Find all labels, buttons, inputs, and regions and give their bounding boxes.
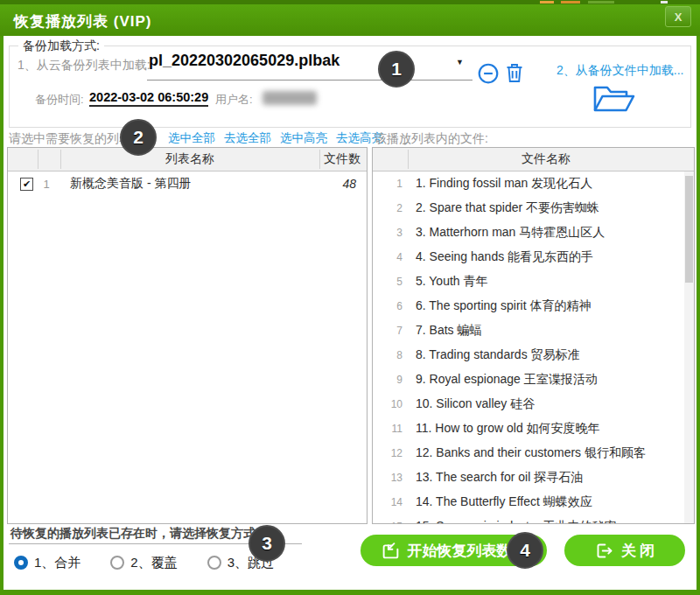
restore-option-label: 1、合并 <box>34 555 80 571</box>
playlist-row[interactable]: ✔1新概念美音版 - 第四册48 <box>8 172 367 196</box>
select-link-1[interactable]: 选中全部 <box>168 130 215 146</box>
file-row-number: 15 <box>373 521 402 523</box>
name-column-header: 列表名称 <box>60 151 319 167</box>
annotation-badge-3: 3 <box>248 525 285 562</box>
column-separator <box>38 150 38 169</box>
chevron-down-icon[interactable]: ▼ <box>456 58 464 66</box>
radio-selected-icon[interactable] <box>14 556 28 570</box>
files-table-header: 文件名称 <box>373 148 694 172</box>
file-row[interactable]: 33. Matterhorn man 马特霍恩山区人 <box>373 220 684 245</box>
playlist-row-number: 1 <box>33 178 60 191</box>
file-name: 12. Banks and their customers 银行和顾客 <box>416 445 646 461</box>
file-row-number: 14 <box>373 496 402 508</box>
file-row-number: 3 <box>373 227 402 239</box>
backup-time-value: 2022-03-02 06:50:29 <box>89 90 208 107</box>
restore-mode-label: 待恢复的播放列表已存在时，请选择恢复方式: <box>10 526 260 542</box>
background-mark <box>540 1 554 4</box>
annotation-badge-4: 4 <box>507 532 543 569</box>
playlist-table-header: 列表名称 文件数 <box>8 148 367 172</box>
file-name: 2. Spare that spider 不要伤害蜘蛛 <box>416 200 599 216</box>
file-row[interactable]: 55. Youth 青年 <box>373 270 684 294</box>
annotation-badge-2: 2 <box>120 119 157 156</box>
file-row[interactable]: 11. Finding fossil man 发现化石人 <box>373 172 684 196</box>
file-row-number: 6 <box>373 300 402 312</box>
file-rows: 11. Finding fossil man 发现化石人22. Spare th… <box>373 172 684 523</box>
file-row[interactable]: 1111. How to grow old 如何安度晚年 <box>373 416 684 441</box>
file-row-number: 13 <box>373 472 402 484</box>
exit-icon <box>595 542 613 560</box>
username-label: 用户名: <box>215 92 253 108</box>
file-row[interactable]: 1414. The Butterfly Effect 蝴蝶效应 <box>373 490 684 514</box>
file-row[interactable]: 1515. Secrecy in industry 工业中的秘密 <box>373 514 684 523</box>
radio-icon[interactable] <box>110 556 124 570</box>
file-row-number: 8 <box>373 349 402 361</box>
dialog-titlebar: 恢复播放列表 (VIP) X <box>0 4 700 36</box>
file-name: 15. Secrecy in industry 工业中的秘密 <box>416 519 617 523</box>
file-row[interactable]: 1212. Banks and their customers 银行和顾客 <box>373 441 684 466</box>
file-name: 8. Trading standards 贸易标准 <box>416 347 580 363</box>
restore-option-1[interactable]: 1、合并 <box>14 555 80 571</box>
backup-combobox[interactable]: pl_20220302065029.plbak <box>149 52 340 70</box>
window-border-right <box>696 36 700 595</box>
radio-icon[interactable] <box>207 556 221 570</box>
file-name: 7. Bats 蝙蝠 <box>416 323 481 339</box>
file-backup-link[interactable]: 2、从备份文件中加载... <box>556 63 683 79</box>
background-mark <box>561 1 580 4</box>
background-mark <box>588 1 614 4</box>
window-border-bottom <box>0 590 700 595</box>
file-row[interactable]: 44. Seeing hands 能看见东西的手 <box>373 245 684 270</box>
file-row[interactable]: 22. Spare that spider 不要伤害蜘蛛 <box>373 196 684 220</box>
file-row-number: 1 <box>373 178 402 190</box>
files-table: 文件名称 11. Finding fossil man 发现化石人22. Spa… <box>372 147 695 524</box>
scrollbar-thumb[interactable] <box>685 176 693 283</box>
file-name-column-header: 文件名称 <box>408 151 684 167</box>
playlist-checkbox[interactable]: ✔ <box>20 178 33 191</box>
backup-time-label: 备份时间: <box>35 92 84 108</box>
file-name: 13. The search for oil 探寻石油 <box>416 470 583 486</box>
close-icon[interactable]: X <box>665 6 691 27</box>
dialog-title: 恢复播放列表 (VIP) <box>14 11 151 32</box>
file-row-number: 12 <box>373 447 402 459</box>
right-list-label: 该播放列表内的文件: <box>374 131 488 147</box>
minus-circle-icon[interactable] <box>477 62 500 85</box>
file-name: 4. Seeing hands 能看见东西的手 <box>416 249 593 265</box>
playlist-rows: ✔1新概念美音版 - 第四册48 <box>8 172 367 523</box>
select-links: 选中全部去选全部选中高亮去选高亮 <box>168 130 383 146</box>
file-row-number: 11 <box>373 423 402 435</box>
file-row[interactable]: 88. Trading standards 贸易标准 <box>373 343 684 368</box>
folder-open-icon[interactable] <box>593 83 635 113</box>
groupbox-legend: 备份加载方式: <box>18 38 104 54</box>
close-dialog-label: 关 闭 <box>621 541 655 561</box>
file-row-number: 5 <box>373 276 402 288</box>
file-row[interactable]: 99. Royal espionage 王室谍报活动 <box>373 368 684 392</box>
file-name: 6. The sporting spirit 体育的精神 <box>416 298 591 314</box>
annotation-badge-1: 1 <box>378 51 415 88</box>
file-name: 10. Silicon valley 硅谷 <box>416 396 535 412</box>
file-row[interactable]: 1010. Silicon valley 硅谷 <box>373 392 684 416</box>
restore-option-label: 2、覆盖 <box>130 555 177 571</box>
combobox-underline <box>147 80 472 80</box>
file-name: 14. The Butterfly Effect 蝴蝶效应 <box>416 494 592 510</box>
left-list-label: 请选中需要恢复的列表: <box>9 131 135 147</box>
files-scrollbar[interactable] <box>684 172 694 523</box>
file-row[interactable]: 1313. The search for oil 探寻石油 <box>373 466 684 490</box>
window-border-left <box>0 36 4 595</box>
file-row[interactable]: 66. The sporting spirit 体育的精神 <box>373 294 684 318</box>
file-name: 1. Finding fossil man 发现化石人 <box>416 176 592 192</box>
file-name: 11. How to grow old 如何安度晚年 <box>416 421 600 437</box>
file-row-number: 10 <box>373 398 402 410</box>
background-mark <box>661 1 668 4</box>
restore-option-2[interactable]: 2、覆盖 <box>110 555 177 571</box>
file-name: 9. Royal espionage 王室谍报活动 <box>416 372 598 388</box>
trash-icon[interactable] <box>504 61 525 85</box>
select-link-2[interactable]: 去选全部 <box>224 130 271 146</box>
restore-mode-options: 1、合并2、覆盖3、跳过 <box>14 552 274 573</box>
select-link-3[interactable]: 选中高亮 <box>280 130 327 146</box>
file-row[interactable]: 77. Bats 蝙蝠 <box>373 318 684 343</box>
close-dialog-button[interactable]: 关 闭 <box>564 535 685 566</box>
playlist-table: 列表名称 文件数 ✔1新概念美音版 - 第四册48 <box>7 147 368 524</box>
restore-playlist-dialog: 恢复播放列表 (VIP) X 备份加载方式: 1、从云备份列表中加载: pl_2… <box>0 0 700 595</box>
file-row-number: 2 <box>373 202 402 214</box>
cloud-backup-label: 1、从云备份列表中加载: <box>18 58 150 74</box>
file-name: 3. Matterhorn man 马特霍恩山区人 <box>416 225 605 241</box>
